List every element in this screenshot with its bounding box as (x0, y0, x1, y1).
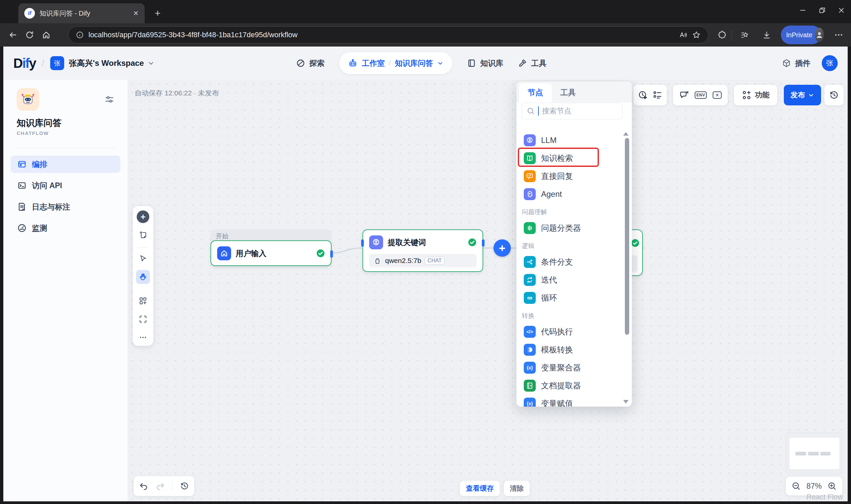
home-icon[interactable] (38, 26, 55, 43)
node-item-variable-assigner[interactable]: {x} 变量赋值 (522, 395, 621, 407)
window-restore-button[interactable] (812, 0, 832, 21)
window-close-button[interactable] (832, 0, 851, 21)
plugins-button[interactable]: 插件 (782, 58, 811, 69)
node-item-question-classifier[interactable]: 问题分类器 (522, 219, 621, 237)
nav-knowledge[interactable]: 知识库 (467, 58, 503, 69)
hand-mode-icon[interactable] (136, 270, 150, 284)
node-item-doc-extractor[interactable]: 文档提取器 (522, 377, 621, 395)
nav-studio[interactable]: 工作室 (362, 58, 385, 69)
read-aloud-icon[interactable] (679, 31, 687, 39)
app-robot-icon[interactable] (17, 88, 39, 111)
organize-blocks-icon[interactable] (139, 296, 147, 305)
zoom-out-icon[interactable] (792, 481, 801, 491)
browser-menu-icon[interactable] (834, 30, 843, 39)
app-mode-label: CHATFLOW (17, 130, 49, 136)
new-tab-button[interactable]: + (150, 6, 165, 21)
dify-favicon: if (24, 8, 35, 19)
node-item-iteration[interactable]: 迭代 (522, 271, 621, 289)
scroll-up-icon[interactable] (623, 132, 628, 136)
pointer-mode-icon[interactable] (139, 254, 147, 263)
inprivate-badge[interactable]: InPrivate (781, 25, 821, 44)
sidebar-item-api[interactable]: 访问 API (11, 177, 120, 194)
sidebar-item-logs[interactable]: 日志与标注 (11, 198, 120, 215)
nav-studio-pill[interactable]: 工作室 / 知识库问答 (339, 52, 452, 74)
minimap[interactable] (786, 432, 843, 474)
zoom-level[interactable]: 87% (806, 482, 822, 491)
node-item-loop[interactable]: ∞ 循环 (522, 289, 621, 307)
url-bar[interactable]: localhost/app/7da69525-3b43-4f8f-bf48-1b… (68, 26, 708, 43)
zoom-in-icon[interactable] (827, 481, 837, 491)
chevron-down-icon (808, 92, 814, 98)
nav-explore[interactable]: 探索 (296, 58, 324, 69)
clear-cache-button[interactable]: 清除 (504, 481, 530, 496)
site-info-icon[interactable] (76, 31, 84, 39)
section-logic: 逻辑 (522, 237, 621, 253)
nav-tools[interactable]: 工具 (518, 58, 546, 69)
tab-nodes[interactable]: 节点 (519, 84, 552, 102)
redo-icon[interactable] (156, 481, 165, 491)
nav-current-app[interactable]: 知识库问答 (395, 58, 433, 69)
target-handle[interactable] (361, 239, 364, 247)
panel-scrollbar[interactable] (625, 138, 629, 335)
add-note-icon[interactable] (139, 230, 147, 239)
minimap-node (796, 452, 806, 455)
source-handle[interactable] (330, 250, 333, 258)
node-item-agent[interactable]: Agent (522, 185, 621, 203)
node-item-variable-aggregator[interactable]: {x} 变量聚合器 (522, 359, 621, 377)
node-item-llm[interactable]: LLM (522, 131, 621, 149)
refresh-icon[interactable] (21, 26, 38, 43)
scroll-down-icon[interactable] (623, 400, 628, 403)
downloads-icon[interactable] (762, 31, 771, 39)
code-icon: </> (524, 326, 536, 338)
node-item-template[interactable]: 模板转换 (522, 341, 621, 359)
change-history-icon[interactable] (180, 481, 189, 491)
browser-tab[interactable]: if 知识库问答 - Dify ✕ (18, 3, 145, 23)
node-extract-keywords[interactable]: 提取关键词 qwen2.5:7b CHAT (362, 229, 483, 272)
canvas-toolbar: + (133, 206, 153, 346)
minimap-node (820, 452, 830, 455)
node-item-answer[interactable]: 直接回复 (522, 167, 621, 185)
run-history-icon[interactable] (638, 90, 648, 100)
undo-icon[interactable] (139, 481, 148, 491)
tab-tools[interactable]: 工具 (552, 84, 584, 102)
url-text[interactable]: localhost/app/7da69525-3b43-4f8f-bf48-1b… (88, 31, 674, 39)
publish-button[interactable]: 发布 (784, 85, 821, 105)
window-minimize-button[interactable] (793, 0, 812, 21)
plugins-cube-icon (782, 58, 791, 68)
reactflow-attribution[interactable]: React Flow (806, 493, 843, 501)
features-button[interactable]: 功能 (734, 85, 777, 105)
node-list: LLM 知识检索 直接回复 (522, 131, 621, 407)
environment-variables-icon[interactable]: ENV (695, 91, 707, 99)
agent-icon (524, 188, 536, 200)
conversation-variables-icon[interactable] (679, 90, 689, 100)
variable-inspector-icon[interactable]: ✕ (713, 91, 722, 99)
workspace-name[interactable]: 张高兴's Workspace (69, 58, 144, 69)
checklist-icon[interactable] (653, 90, 662, 100)
node-user-input[interactable]: 用户输入 (211, 240, 332, 266)
sidebar-item-monitoring[interactable]: 监测 (11, 219, 120, 237)
node-item-if-else[interactable]: 条件分支 (522, 253, 621, 271)
more-options-icon[interactable] (139, 333, 147, 342)
sidebar-item-orchestrate[interactable]: 编排 (11, 156, 120, 173)
node-item-code[interactable]: </> 代码执行 (522, 323, 621, 341)
version-history-button[interactable] (825, 85, 844, 105)
favorite-star-icon[interactable] (692, 31, 701, 39)
dify-logo[interactable]: Dify (13, 56, 36, 71)
workspace-badge[interactable]: 张 (50, 56, 64, 70)
inprivate-label: InPrivate (786, 31, 812, 39)
favorites-bar-icon[interactable] (740, 31, 749, 39)
workflow-canvas[interactable]: 自动保存 12:06:22 · 未发布 开始 用户输入 (128, 80, 848, 501)
user-avatar[interactable]: 张 (822, 55, 838, 71)
add-node-on-edge-button[interactable]: + (494, 239, 511, 257)
extensions-icon[interactable] (717, 31, 727, 39)
app-settings-icon[interactable] (104, 94, 114, 104)
source-handle[interactable] (482, 239, 484, 247)
back-icon[interactable] (5, 26, 21, 43)
fit-view-icon[interactable] (139, 315, 147, 323)
model-selector[interactable]: qwen2.5:7b CHAT (369, 254, 477, 267)
tab-close-icon[interactable]: ✕ (133, 9, 139, 17)
add-block-button[interactable]: + (137, 211, 149, 223)
view-cache-button[interactable]: 查看缓存 (460, 481, 500, 496)
node-search-input[interactable]: 搜索节点 (522, 103, 622, 119)
knowledge-icon (467, 58, 476, 68)
